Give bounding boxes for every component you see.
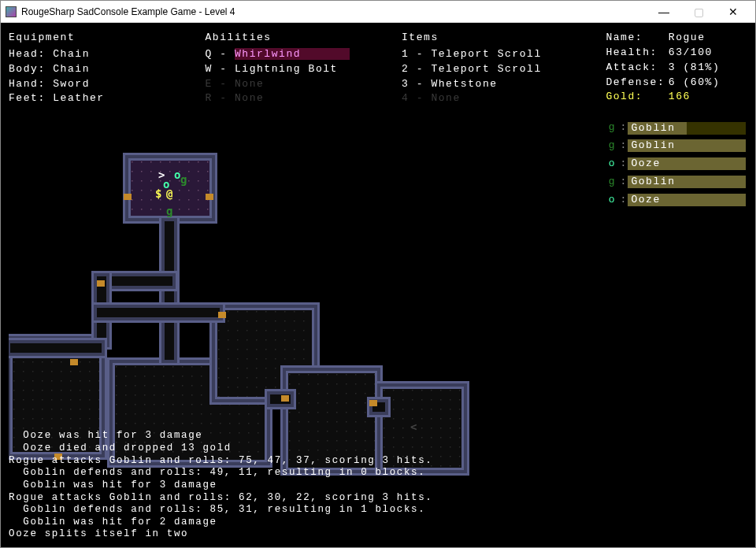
svg-rect-110 [32, 390, 34, 391]
svg-rect-25 [188, 180, 190, 182]
svg-rect-120 [32, 399, 34, 401]
title-bar[interactable]: RougeSharp SadConsole Example Game - Lev… [1, 1, 755, 23]
ability-row[interactable]: Q - Whirlwind [205, 47, 401, 62]
svg-rect-202 [163, 376, 165, 377]
equip-head: Head: Chain [9, 47, 205, 62]
svg-rect-156 [89, 428, 91, 429]
svg-rect-352 [294, 311, 295, 313]
svg-rect-369 [265, 330, 267, 331]
svg-rect-360 [275, 320, 276, 322]
svg-rect-100 [32, 380, 34, 382]
svg-rect-80 [32, 361, 34, 363]
svg-rect-388 [256, 349, 258, 350]
item-row[interactable]: 2 - Teleport Scroll [402, 62, 606, 77]
svg-rect-39 [150, 199, 152, 201]
svg-rect-203 [172, 376, 174, 377]
svg-rect-408 [256, 368, 258, 369]
svg-rect-470 [317, 393, 319, 394]
item-row[interactable]: 4 - None [402, 91, 606, 106]
svg-rect-561 [402, 399, 404, 401]
separator: : [620, 139, 628, 154]
item-row[interactable]: 1 - Teleport Scroll [402, 47, 606, 62]
svg-rect-284 [182, 423, 183, 424]
svg-rect-206 [201, 376, 202, 377]
monster-name: Ooze [631, 194, 660, 206]
ability-row[interactable]: E - None [205, 77, 401, 92]
svg-rect-92 [51, 371, 53, 372]
svg-rect-551 [393, 390, 395, 391]
ability-row[interactable]: W - Lightning Bolt [205, 62, 401, 77]
svg-rect-583 [440, 418, 442, 420]
svg-rect-181 [116, 366, 117, 368]
svg-rect-201 [154, 376, 155, 377]
svg-rect-148 [13, 428, 15, 429]
stats-panel: Name: Rogue Health: 63/100 Attack: 3 (81… [606, 31, 747, 210]
svg-rect-448 [298, 374, 300, 376]
svg-rect-12 [150, 171, 152, 172]
stat-gold: Gold: 166 [606, 90, 747, 105]
monster-row: o:Ooze [606, 193, 747, 208]
svg-rect-278 [125, 423, 127, 424]
svg-rect-269 [191, 413, 193, 415]
svg-rect-189 [191, 366, 193, 368]
svg-rect-247 [135, 404, 136, 405]
close-button[interactable]: ✕ [716, 2, 750, 21]
svg-rect-459 [308, 383, 309, 385]
svg-rect-21 [150, 180, 152, 182]
svg-rect-186 [163, 366, 165, 368]
svg-rect-219 [172, 385, 174, 387]
svg-rect-345 [228, 311, 229, 313]
svg-rect-88 [13, 371, 15, 372]
monster-name: Ooze [631, 157, 660, 170]
monster-name: Goblin [631, 139, 675, 152]
svg-rect-447 [289, 374, 291, 376]
item-row[interactable]: 3 - Whetstone [402, 77, 606, 92]
svg-rect-35 [198, 190, 199, 191]
svg-rect-346 [237, 311, 239, 313]
svg-rect-580 [412, 418, 413, 420]
svg-rect-650 [70, 359, 78, 365]
svg-rect-499 [308, 421, 309, 423]
monster-row: g:Goblin [606, 175, 747, 190]
svg-rect-200 [144, 376, 146, 377]
svg-rect-353 [303, 311, 305, 313]
maximize-button[interactable]: ▢ [681, 2, 716, 21]
svg-rect-47 [141, 209, 143, 210]
svg-rect-576 [459, 409, 461, 410]
svg-rect-273 [229, 413, 231, 415]
svg-rect-91 [42, 371, 43, 372]
svg-rect-359 [265, 320, 267, 322]
separator: : [620, 175, 628, 190]
svg-rect-562 [412, 399, 413, 401]
svg-rect-567 [459, 399, 461, 401]
svg-rect-263 [135, 413, 136, 415]
svg-rect-473 [346, 393, 347, 394]
hp-bar: Ooze [628, 157, 746, 170]
svg-rect-398 [256, 358, 258, 360]
svg-rect-109 [23, 390, 24, 391]
ability-row[interactable]: R - None [205, 91, 401, 106]
svg-rect-30 [150, 190, 152, 191]
svg-rect-362 [294, 320, 295, 322]
minimize-button[interactable]: — [647, 2, 681, 21]
svg-rect-113 [61, 390, 62, 391]
svg-rect-119 [23, 399, 24, 401]
svg-rect-400 [275, 358, 276, 360]
svg-rect-382 [294, 339, 295, 341]
svg-rect-365 [228, 330, 229, 331]
svg-rect-213 [116, 385, 117, 387]
svg-rect-364 [218, 330, 220, 331]
svg-rect-502 [336, 421, 338, 423]
svg-rect-584 [450, 418, 451, 420]
svg-rect-89 [23, 371, 24, 372]
svg-rect-79 [23, 361, 24, 363]
svg-rect-115 [80, 390, 81, 391]
svg-rect-363 [303, 320, 305, 322]
svg-rect-42 [179, 199, 180, 201]
svg-rect-556 [440, 390, 442, 391]
stat-health: Health: 63/100 [606, 46, 747, 61]
svg-rect-453 [346, 374, 347, 376]
svg-rect-155 [80, 428, 81, 429]
monster-row: g:Goblin [606, 139, 747, 154]
svg-rect-380 [275, 339, 276, 341]
